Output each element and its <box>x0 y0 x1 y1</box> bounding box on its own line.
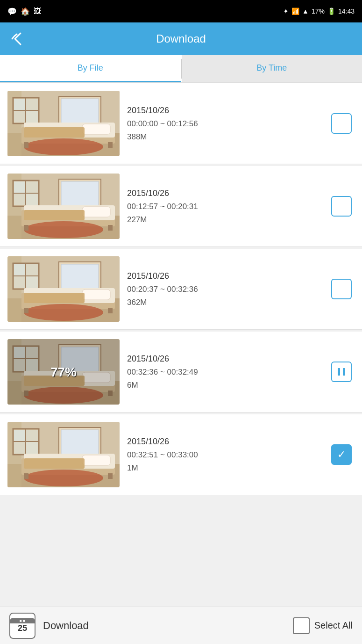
svg-text:77%: 77% <box>50 365 77 379</box>
svg-rect-108 <box>108 473 113 479</box>
home-icon: 🏠 <box>21 7 30 16</box>
status-right-icons: ✦ 📶 ▲ 17% 🔋 14:43 <box>283 7 355 15</box>
svg-rect-97 <box>14 442 25 454</box>
file-time-5: 00:32:51 ~ 00:33:00 <box>127 450 321 460</box>
signal-icon: ▲ <box>302 7 309 15</box>
svg-rect-50 <box>26 264 38 275</box>
svg-rect-95 <box>14 430 25 441</box>
file-size-5: 1M <box>127 463 321 473</box>
wifi-icon: 📶 <box>291 7 299 15</box>
svg-rect-28 <box>14 181 25 193</box>
download-button[interactable]: Download <box>43 614 285 638</box>
pause-button-4[interactable] <box>331 362 352 382</box>
whatsapp-icon: 💬 <box>7 7 17 16</box>
checkbox-1[interactable] <box>331 113 352 134</box>
calendar-top: ■ ■ <box>10 618 35 623</box>
svg-rect-58 <box>82 289 110 300</box>
back-button[interactable] <box>9 30 26 47</box>
svg-rect-20 <box>108 142 113 148</box>
svg-rect-52 <box>26 276 38 288</box>
svg-rect-19 <box>24 142 28 148</box>
svg-point-106 <box>24 470 103 486</box>
clock: 14:43 <box>338 7 355 15</box>
svg-rect-87 <box>343 368 345 376</box>
calendar-day: 25 <box>18 623 27 633</box>
svg-rect-61 <box>24 308 28 313</box>
svg-rect-29 <box>26 181 38 193</box>
svg-rect-7 <box>14 99 25 110</box>
file-list: 2015/10/2600:00:00 ~ 00:12:56388M <box>0 83 362 607</box>
file-size-1: 388M <box>127 132 321 142</box>
tab-by-file[interactable]: By File <box>0 55 181 82</box>
file-size-3: 362M <box>127 298 321 307</box>
file-info-3: 2015/10/2600:20:37 ~ 00:32:36362M <box>120 271 328 307</box>
file-item-1: 2015/10/2600:00:00 ~ 00:12:56388M <box>0 83 362 164</box>
file-time-1: 00:00:00 ~ 00:12:56 <box>127 119 321 129</box>
svg-rect-105 <box>24 458 85 469</box>
tab-by-time[interactable]: By Time <box>182 55 362 82</box>
file-date-3: 2015/10/26 <box>127 271 321 281</box>
svg-rect-31 <box>26 194 38 205</box>
page-title: Download <box>156 32 206 45</box>
svg-rect-38 <box>24 210 85 220</box>
svg-rect-100 <box>61 430 99 456</box>
svg-rect-59 <box>24 293 85 303</box>
file-thumbnail-3 <box>7 256 120 322</box>
svg-rect-12 <box>61 99 99 124</box>
bluetooth-icon: ✦ <box>283 7 289 15</box>
status-bar: 💬 🏠 🖼 ✦ 📶 ▲ 17% 🔋 14:43 <box>0 0 362 22</box>
calendar-button[interactable]: ■ ■ 25 <box>9 613 35 639</box>
svg-rect-62 <box>108 308 113 313</box>
file-item-2: 2015/10/2600:12:57 ~ 00:20:31227M <box>0 166 362 247</box>
image-icon: 🖼 <box>34 7 41 15</box>
file-date-4: 2015/10/26 <box>127 354 321 364</box>
file-info-4: 2015/10/2600:32:36 ~ 00:32:496M <box>120 354 328 390</box>
bottom-bar: ■ ■ 25 Download Select All <box>0 607 362 644</box>
file-thumbnail-2 <box>7 174 120 239</box>
svg-point-39 <box>24 221 103 238</box>
file-item-3: 2015/10/2600:20:37 ~ 00:32:36362M <box>0 249 362 330</box>
file-date-5: 2015/10/26 <box>127 437 321 447</box>
select-all-label: Select All <box>314 620 353 631</box>
select-all-area[interactable]: Select All <box>293 617 353 634</box>
file-time-4: 00:32:36 ~ 00:32:49 <box>127 368 321 377</box>
svg-point-18 <box>24 138 103 155</box>
svg-rect-41 <box>108 225 113 231</box>
svg-rect-96 <box>26 430 38 441</box>
svg-rect-98 <box>26 442 38 454</box>
file-info-5: 2015/10/2600:32:51 ~ 00:33:001M <box>120 437 328 473</box>
file-date-1: 2015/10/26 <box>127 106 321 116</box>
battery-icon: 🔋 <box>327 7 335 15</box>
tab-bar: By File By Time <box>0 55 362 83</box>
checkbox-2[interactable] <box>331 196 352 217</box>
svg-rect-10 <box>26 111 38 123</box>
svg-rect-86 <box>338 368 340 376</box>
checkbox-3[interactable] <box>331 279 352 299</box>
select-all-checkbox[interactable] <box>293 617 310 634</box>
svg-rect-8 <box>26 99 38 110</box>
file-size-2: 227M <box>127 215 321 224</box>
file-item-4: 77% 2015/10/2600:32:36 ~ 00:32:496M <box>0 332 362 412</box>
file-info-2: 2015/10/2600:12:57 ~ 00:20:31227M <box>120 188 328 224</box>
file-size-4: 6M <box>127 381 321 390</box>
file-time-2: 00:12:57 ~ 00:20:31 <box>127 202 321 211</box>
svg-rect-33 <box>61 181 99 207</box>
header: Download <box>0 22 362 55</box>
svg-point-60 <box>24 304 103 321</box>
svg-rect-49 <box>14 264 25 275</box>
svg-rect-9 <box>14 111 25 123</box>
svg-rect-54 <box>61 264 99 290</box>
file-time-3: 00:20:37 ~ 00:32:36 <box>127 285 321 294</box>
file-info-1: 2015/10/2600:00:00 ~ 00:12:56388M <box>120 106 328 142</box>
svg-rect-16 <box>82 124 110 134</box>
svg-rect-37 <box>82 207 110 217</box>
file-date-2: 2015/10/26 <box>127 188 321 198</box>
file-thumbnail-5 <box>7 422 120 487</box>
svg-rect-51 <box>14 276 25 288</box>
svg-rect-40 <box>24 225 28 231</box>
checkbox-5[interactable]: ✓ <box>331 444 352 465</box>
file-thumbnail-1 <box>7 91 120 156</box>
svg-rect-17 <box>24 127 85 137</box>
svg-rect-107 <box>24 473 28 479</box>
svg-rect-104 <box>82 455 110 465</box>
